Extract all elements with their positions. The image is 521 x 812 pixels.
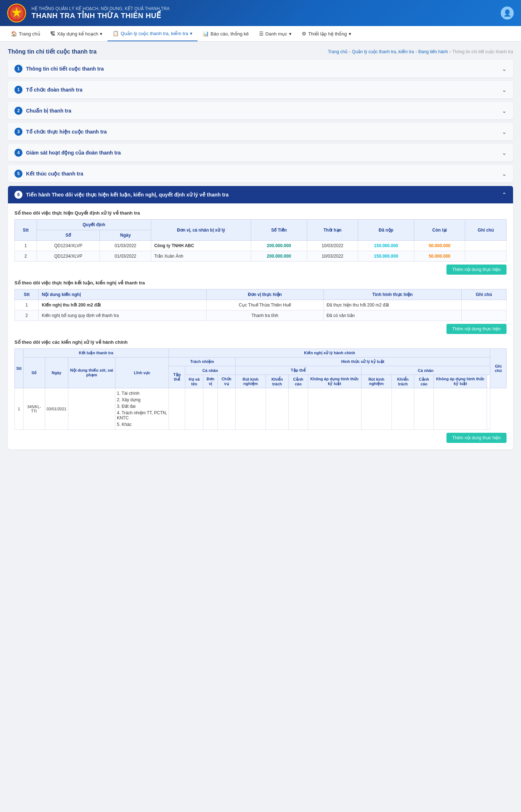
td-ngay-kl: 03/01/2021 xyxy=(45,388,68,430)
accordion-header-5[interactable]: 4 Giám sát hoạt động của đoàn thanh tra … xyxy=(8,144,513,161)
chevron-icon-3: ⌄ xyxy=(502,107,507,114)
td-khien-trach-tt xyxy=(266,388,289,430)
nav-trang-chu[interactable]: 🏠 Trang chủ xyxy=(6,26,45,41)
td-stt: 2 xyxy=(15,310,39,321)
td-con-lai: 50.000.000 xyxy=(414,241,465,251)
accordion-header-1[interactable]: 1 Thông tin chi tiết cuộc thanh tra ⌄ xyxy=(8,60,513,77)
acc-num-7: 6 xyxy=(14,191,22,199)
th-thoi-han: Thời hạn xyxy=(307,220,358,241)
nav-thiet-lap-label: Thiết lập hệ thống xyxy=(308,31,347,37)
accordion-header-2[interactable]: 1 Tổ chức đoàn thanh tra ⌄ xyxy=(8,81,513,98)
page-title: Thông tin chi tiết cuộc thanh tra xyxy=(8,48,97,55)
nav-xay-dung[interactable]: 🏗 Xây dựng kế hoạch ▾ xyxy=(45,26,108,41)
td-tap-the xyxy=(169,388,185,430)
th-tap-the-ht: Tập thể xyxy=(235,366,361,375)
header-subtitle: HỆ THỐNG QUẢN LÝ KẾ HOẠCH, NỘI DUNG, KẾT… xyxy=(31,6,501,11)
acc-title-6: Kết thúc cuộc thanh tra xyxy=(26,171,83,177)
th-ngay-qd: Ngày xyxy=(100,230,151,241)
th-canh-cao-cn: Cảnh cáo xyxy=(414,375,434,388)
acc-num-4: 3 xyxy=(14,128,22,136)
accordion-1: 1 Thông tin chi tiết cuộc thanh tra ⌄ xyxy=(8,60,513,77)
chevron-icon-4: ⌄ xyxy=(502,128,507,135)
nav-danh-muc-label: Danh mục xyxy=(266,31,287,37)
accordion-header-4[interactable]: 3 Tổ chức thực hiện cuộc thanh tra ⌄ xyxy=(8,123,513,140)
chart-icon: 📊 xyxy=(203,31,209,37)
td-canh-cao-tt xyxy=(288,388,308,430)
linh-vuc-list: 1. Tài chính 2. Xây dựng 3. Đất đai 4. T… xyxy=(117,390,167,428)
nav-thiet-lap[interactable]: ⚙ Thiết lập hệ thống ▾ xyxy=(297,26,356,41)
logo-icon: ★ xyxy=(7,4,26,22)
th-tap-the-tn: Tập thể xyxy=(169,366,185,388)
section-title-table1: Số theo dõi việc thực hiện Quyết định xử… xyxy=(14,210,507,216)
table-row: 2 QD1234/XLVP 01/03/2022 Trần Xuân Ánh 2… xyxy=(15,251,507,262)
td-ghi-chu-3 xyxy=(487,388,490,430)
chevron-icon-2: ⌄ xyxy=(502,86,507,93)
table-row: 1 QD1234/XLVP 01/03/2022 Công ty TNHH AB… xyxy=(15,241,507,251)
chevron-icon-6: ⌄ xyxy=(502,170,507,177)
list-item: 1. Tài chính xyxy=(117,390,167,397)
user-avatar[interactable]: 👤 xyxy=(501,7,514,20)
btn-add-table2[interactable]: Thêm nội dung thực hiện xyxy=(446,324,507,334)
th-don-vi-cn: Đơn vị xyxy=(203,375,218,388)
clearfix-3: Thêm nội dung thực hiện xyxy=(14,430,507,443)
breadcrumb-dang-tien-hanh[interactable]: Đang tiến hành xyxy=(418,49,448,54)
td-chuc-vu xyxy=(218,388,236,430)
td-stt: 2 xyxy=(15,251,37,262)
td-so-tien: 200.000.000 xyxy=(251,241,307,251)
td-con-lai: 50.000.000 xyxy=(414,251,465,262)
acc-title-5: Giám sát hoạt động của đoàn thanh tra xyxy=(26,150,121,156)
th-khong-ap-dung-cn: Không áp dụng hình thức kỷ luật xyxy=(434,375,487,388)
btn-add-table3[interactable]: Thêm nội dung thực hiện xyxy=(446,433,507,443)
list-icon: ☰ xyxy=(259,31,264,37)
chevron-down-icon-3: ▾ xyxy=(289,31,292,37)
table-row: 1 345/KL-TTr 03/01/2021 1. Tài chính 2. … xyxy=(15,388,507,430)
td-stt: 1 xyxy=(15,300,39,310)
accordion-header-3[interactable]: 2 Chuẩn bị thanh tra ⌄ xyxy=(8,102,513,119)
accordion-header-7[interactable]: 6 Tiến hành Theo dõi việc thực hiện kết … xyxy=(8,186,513,203)
td-so-kl: 345/KL-TTr xyxy=(23,388,45,430)
td-da-nop: 150.000.000 xyxy=(358,241,414,251)
accordion-6: 5 Kết thúc cuộc thanh tra ⌄ xyxy=(8,165,513,182)
td-don-vi: Thanh tra tỉnh xyxy=(206,310,323,321)
td-noi-dung: Kiến nghị thu hồi 200 m2 đất xyxy=(39,300,206,310)
section-title-table3: Số theo dõi việc các kiến nghị xử lý về … xyxy=(14,339,507,345)
accordion-left-6: 5 Kết thúc cuộc thanh tra xyxy=(14,170,83,178)
td-ngay: 01/03/2022 xyxy=(100,251,151,262)
td-don-vi: Cục Thuế Thừa Thiên Huế xyxy=(206,300,323,310)
th-con-lai: Còn lại xyxy=(414,220,465,241)
nav-danh-muc[interactable]: ☰ Danh mục ▾ xyxy=(254,26,297,41)
nav-bao-cao[interactable]: 📊 Báo cáo, thống kê xyxy=(198,26,254,41)
breadcrumb-quan-ly[interactable]: Quản lý cuộc thanh tra, kiểm tra xyxy=(352,49,414,54)
accordion-left-7: 6 Tiến hành Theo dõi việc thực hiện kết … xyxy=(14,191,229,199)
accordion-header-6[interactable]: 5 Kết thúc cuộc thanh tra ⌄ xyxy=(8,165,513,182)
nav-quan-ly[interactable]: 📋 Quản lý cuộc thanh tra, kiểm tra ▾ xyxy=(107,26,198,41)
td-noi-dung-ts xyxy=(68,388,115,430)
table-quyet-dinh: Stt Quyết định Đơn vị, cá nhân bị xử lý … xyxy=(14,219,507,262)
main-nav: 🏠 Trang chủ 🏗 Xây dựng kế hoạch ▾ 📋 Quản… xyxy=(0,26,521,42)
acc-num-3: 2 xyxy=(14,107,22,115)
btn-add-table1[interactable]: Thêm nội dung thực hiện xyxy=(446,265,507,275)
acc-num-1: 1 xyxy=(14,65,22,73)
th-ghi-chu-3: Ghi chú xyxy=(490,349,507,388)
nav-bao-cao-label: Báo cáo, thống kê xyxy=(211,31,249,37)
clearfix-1: Thêm nội dung thực hiện xyxy=(14,262,507,275)
home-icon: 🏠 xyxy=(11,31,17,37)
th-don-vi-1: Đơn vị, cá nhân bị xử lý xyxy=(151,220,251,241)
table-ket-luan: Stt Nội dung kiến nghị Đơn vị thực hiện … xyxy=(14,289,507,321)
th-khong-ap-dung-tt: Không áp dụng hình thức kỷ luật xyxy=(308,375,361,388)
th-stt-3: Stt xyxy=(15,349,24,388)
acc-title-1: Thông tin chi tiết cuộc thanh tra xyxy=(26,66,104,72)
accordion-2: 1 Tổ chức đoàn thanh tra ⌄ xyxy=(8,81,513,98)
td-tinh-hinh: Đã thực hiện thu hồi 200 m2 đất xyxy=(323,300,461,310)
th-stt-1: Stt xyxy=(15,220,37,241)
gear-icon: ⚙ xyxy=(302,31,306,37)
th-ket-luan: Kết luận thanh tra xyxy=(23,349,169,358)
breadcrumb-home[interactable]: Trang chủ xyxy=(328,49,348,54)
th-rut-kn-cn: Rút kinh nghiệm xyxy=(361,375,391,388)
td-ghi-chu xyxy=(465,241,507,251)
th-tinh-hinh: Tình hình thực hiện xyxy=(323,289,461,300)
th-chuc-vu: Chức vụ xyxy=(218,375,236,388)
accordion-4: 3 Tổ chức thực hiện cuộc thanh tra ⌄ xyxy=(8,123,513,140)
acc-num-2: 1 xyxy=(14,86,22,94)
th-khien-trach-cn: Khiển trách xyxy=(391,375,414,388)
